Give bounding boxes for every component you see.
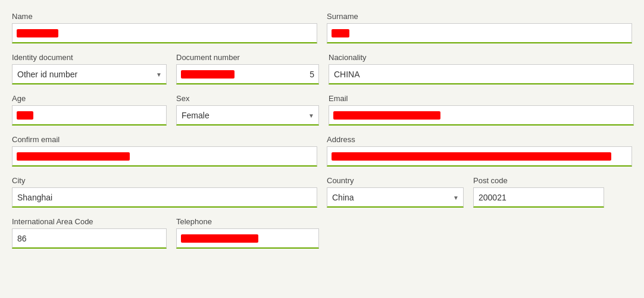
doc-number-input[interactable] [176,64,319,84]
name-group: Name [12,12,317,43]
sex-group: Sex Female Male [176,94,319,126]
postcode-group: Post code [473,176,604,208]
city-label: City [12,176,317,185]
email-input-wrapper [329,105,634,126]
address-label: Address [327,135,632,144]
city-group: City [12,176,317,208]
row-identity: Identity document Other id number Passpo… [12,53,632,84]
confirm-email-label: Confirm email [12,135,317,144]
doc-number-group: Document number 5 [176,53,319,84]
intl-area-label: International Area Code [12,217,167,226]
address-input[interactable] [327,146,632,167]
country-select[interactable]: China Other [327,187,464,208]
telephone-input[interactable] [176,228,319,249]
email-input[interactable] [329,105,634,126]
identity-doc-select[interactable]: Other id number Passport National ID [12,64,167,84]
row-name-surname: Name Surname [12,12,632,43]
surname-group: Surname [327,12,632,43]
nationality-input[interactable] [329,64,634,84]
telephone-group: Telephone [176,217,319,249]
confirm-email-group: Confirm email [12,135,317,167]
confirm-email-input[interactable] [12,146,317,167]
name-label: Name [12,12,317,21]
identity-doc-select-wrapper: Other id number Passport National ID [12,64,167,84]
telephone-label: Telephone [176,217,319,226]
sex-label: Sex [176,94,319,103]
nationality-label: Nacionality [329,53,634,62]
sex-select-wrapper: Female Male [176,105,319,126]
surname-input-wrapper [327,23,632,43]
nationality-group: Nacionality [329,53,634,84]
age-group: Age [12,94,167,126]
postcode-label: Post code [473,176,604,185]
country-label: Country [327,176,464,185]
surname-label: Surname [327,12,632,21]
row-confirm-address: Confirm email Address [12,135,632,167]
age-input-wrapper [12,105,167,126]
city-input[interactable] [12,187,317,208]
confirm-email-input-wrapper [12,146,317,167]
email-group: Email [329,94,634,126]
country-group: Country China Other [327,176,464,208]
intl-area-group: International Area Code [12,217,167,249]
doc-number-wrapper: 5 [176,64,319,84]
doc-number-suffix: 5 [310,70,314,79]
surname-input[interactable] [327,23,632,43]
sex-select[interactable]: Female Male [176,105,319,126]
address-input-wrapper [327,146,632,167]
country-select-wrapper: China Other [327,187,464,208]
row-city-country-postcode: City Country China Other Post code [12,176,632,208]
identity-doc-group: Identity document Other id number Passpo… [12,53,167,84]
email-label: Email [329,94,634,103]
identity-doc-label: Identity document [12,53,167,62]
postcode-input[interactable] [473,187,604,208]
doc-number-label: Document number [176,53,319,62]
address-group: Address [327,135,632,167]
age-input[interactable] [12,105,167,126]
age-label: Age [12,94,167,103]
row-phone: International Area Code Telephone [12,217,632,249]
intl-area-input[interactable] [12,228,167,249]
name-input-wrapper [12,23,317,43]
form-container: Name Surname Identity document Other id … [12,12,632,249]
telephone-input-wrapper [176,228,319,249]
name-input[interactable] [12,23,317,43]
row-age-sex-email: Age Sex Female Male Email [12,94,632,126]
